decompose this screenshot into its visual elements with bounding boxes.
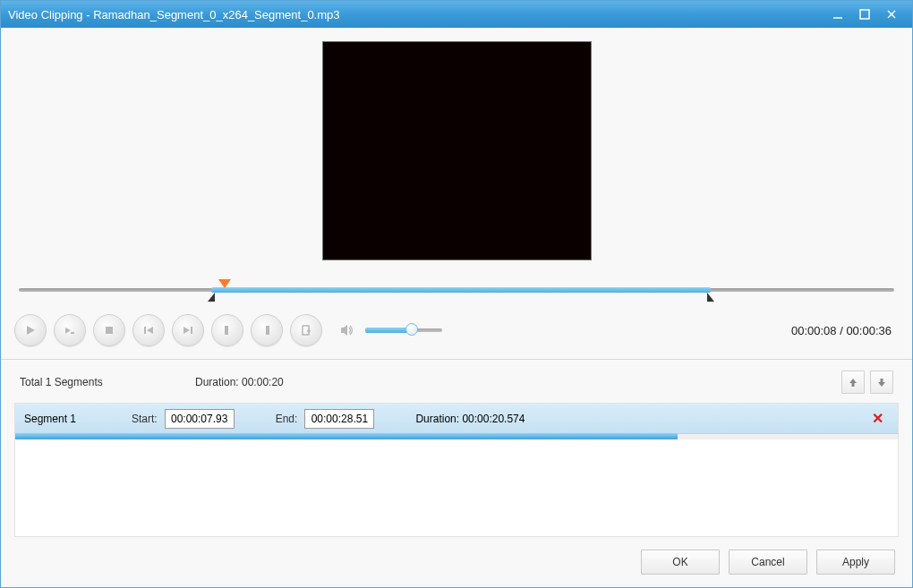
apply-button[interactable]: Apply	[816, 550, 895, 575]
start-time-input[interactable]	[165, 409, 235, 429]
total-time: 00:00:36	[846, 324, 892, 337]
current-time: 00:00:08	[791, 324, 837, 337]
title-bar[interactable]: Video Clipping - Ramadhan_Segment_0_x264…	[1, 1, 912, 28]
content-area: 00:00:08 / 00:00:36 Total 1 Segments Dur…	[1, 28, 912, 587]
segment-progress-track	[15, 434, 898, 439]
bracket-close-button[interactable]	[251, 314, 283, 346]
timeline-selection	[211, 287, 710, 293]
svg-rect-6	[144, 327, 146, 334]
window: Video Clipping - Ramadhan_Segment_0_x264…	[0, 0, 913, 588]
play-selection-button[interactable]	[54, 314, 86, 346]
move-down-button[interactable]	[870, 371, 893, 394]
control-buttons	[14, 314, 322, 346]
volume-icon	[338, 321, 356, 339]
segments-summary: Total 1 Segments Duration: 00:00:20	[14, 360, 899, 403]
volume-thumb[interactable]	[405, 323, 418, 336]
segment-row[interactable]: Segment 1 Start: End: Duration: 00:00:20…	[15, 404, 898, 434]
total-duration-label: Duration: 00:00:20	[195, 376, 284, 388]
svg-rect-10	[308, 329, 310, 333]
ok-button[interactable]: OK	[641, 550, 720, 575]
segments-list: Segment 1 Start: End: Duration: 00:00:20…	[14, 403, 899, 537]
segment-duration-label: Duration: 00:00:20.574	[415, 413, 525, 425]
start-label: Start:	[132, 413, 158, 425]
stop-button[interactable]	[93, 314, 125, 346]
playhead-marker[interactable]	[218, 279, 231, 288]
bracket-open-button[interactable]	[211, 314, 243, 346]
window-buttons	[824, 4, 905, 25]
window-title: Video Clipping - Ramadhan_Segment_0_x264…	[8, 8, 824, 21]
timeline	[14, 278, 899, 307]
svg-rect-5	[106, 327, 113, 334]
video-preview[interactable]	[322, 41, 592, 260]
volume-fill	[365, 328, 412, 333]
svg-rect-4	[71, 332, 74, 334]
selection-start-handle[interactable]	[208, 293, 215, 302]
end-label: End:	[276, 413, 298, 425]
delete-segment-button[interactable]: ✕	[866, 410, 889, 427]
maximize-button[interactable]	[851, 4, 878, 25]
svg-rect-1	[860, 10, 869, 19]
add-segment-button[interactable]	[290, 314, 322, 346]
cancel-button[interactable]: Cancel	[729, 550, 807, 575]
segment-progress-fill	[15, 433, 678, 439]
segment-order-buttons	[841, 371, 893, 394]
minimize-button[interactable]	[824, 4, 851, 25]
preview-area	[14, 41, 899, 278]
next-button[interactable]	[172, 314, 204, 346]
selection-end-handle[interactable]	[707, 293, 714, 302]
total-segments-label: Total 1 Segments	[20, 376, 195, 388]
footer-buttons: OK Cancel Apply	[14, 537, 899, 576]
close-button[interactable]	[878, 4, 905, 25]
volume-slider[interactable]	[365, 328, 442, 332]
player-controls: 00:00:08 / 00:00:36	[14, 307, 899, 359]
time-display: 00:00:08 / 00:00:36	[791, 324, 899, 337]
svg-rect-7	[191, 327, 192, 334]
play-button[interactable]	[14, 314, 47, 346]
prev-button[interactable]	[132, 314, 165, 346]
end-time-input[interactable]	[304, 409, 374, 429]
timeline-track[interactable]	[19, 278, 894, 298]
move-up-button[interactable]	[841, 371, 865, 394]
segment-name: Segment 1	[24, 413, 132, 425]
